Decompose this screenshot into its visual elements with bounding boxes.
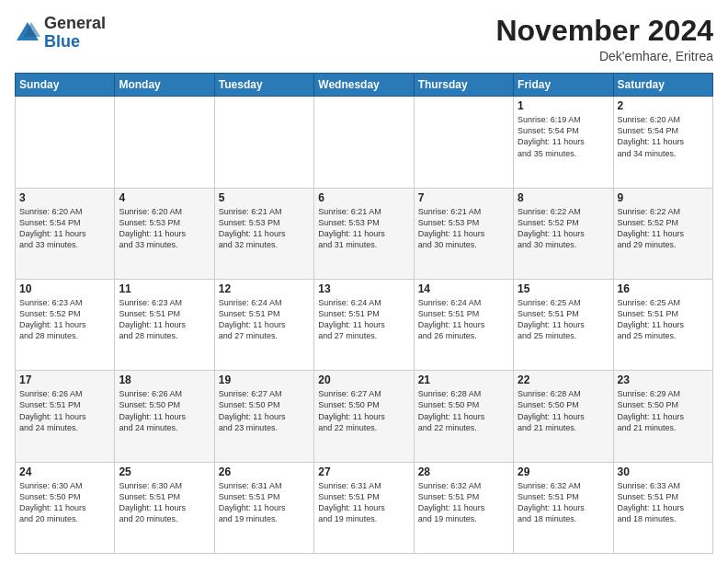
calendar-table: Sunday Monday Tuesday Wednesday Thursday… bbox=[15, 73, 713, 554]
day-info: Sunrise: 6:21 AM Sunset: 5:53 PM Dayligh… bbox=[418, 206, 509, 251]
day-number: 13 bbox=[318, 282, 409, 295]
calendar-cell: 19Sunrise: 6:27 AM Sunset: 5:50 PM Dayli… bbox=[214, 371, 313, 462]
day-info: Sunrise: 6:19 AM Sunset: 5:54 PM Dayligh… bbox=[518, 114, 609, 159]
day-info: Sunrise: 6:27 AM Sunset: 5:50 PM Dayligh… bbox=[318, 388, 409, 433]
calendar-week-row: 24Sunrise: 6:30 AM Sunset: 5:50 PM Dayli… bbox=[16, 462, 713, 553]
calendar-cell: 17Sunrise: 6:26 AM Sunset: 5:51 PM Dayli… bbox=[16, 371, 115, 462]
calendar-cell: 27Sunrise: 6:31 AM Sunset: 5:51 PM Dayli… bbox=[314, 462, 414, 553]
day-number: 11 bbox=[119, 282, 210, 295]
day-info: Sunrise: 6:28 AM Sunset: 5:50 PM Dayligh… bbox=[518, 388, 609, 433]
logo-blue-text: Blue bbox=[44, 32, 80, 51]
calendar-cell: 5Sunrise: 6:21 AM Sunset: 5:53 PM Daylig… bbox=[214, 188, 313, 279]
calendar-cell bbox=[314, 97, 414, 188]
calendar-header-row: Sunday Monday Tuesday Wednesday Thursday… bbox=[16, 74, 713, 97]
day-number: 6 bbox=[318, 191, 409, 204]
calendar-cell bbox=[16, 97, 115, 188]
calendar-week-row: 1Sunrise: 6:19 AM Sunset: 5:54 PM Daylig… bbox=[16, 97, 713, 188]
title-block: November 2024 Dek'emhare, Eritrea bbox=[495, 15, 713, 63]
day-number: 17 bbox=[19, 373, 110, 386]
day-info: Sunrise: 6:32 AM Sunset: 5:51 PM Dayligh… bbox=[418, 480, 509, 525]
day-info: Sunrise: 6:28 AM Sunset: 5:50 PM Dayligh… bbox=[418, 388, 509, 433]
day-number: 3 bbox=[19, 191, 110, 204]
day-info: Sunrise: 6:22 AM Sunset: 5:52 PM Dayligh… bbox=[518, 206, 609, 251]
day-info: Sunrise: 6:20 AM Sunset: 5:54 PM Dayligh… bbox=[19, 206, 110, 251]
logo-icon bbox=[15, 20, 40, 46]
calendar-cell: 28Sunrise: 6:32 AM Sunset: 5:51 PM Dayli… bbox=[414, 462, 513, 553]
page: General Blue November 2024 Dek'emhare, E… bbox=[0, 0, 728, 563]
day-number: 8 bbox=[518, 191, 609, 204]
day-number: 12 bbox=[219, 282, 310, 295]
calendar-cell: 16Sunrise: 6:25 AM Sunset: 5:51 PM Dayli… bbox=[613, 279, 712, 370]
calendar-cell: 4Sunrise: 6:20 AM Sunset: 5:53 PM Daylig… bbox=[115, 188, 214, 279]
day-number: 19 bbox=[219, 373, 310, 386]
day-number: 20 bbox=[318, 373, 409, 386]
calendar-cell: 15Sunrise: 6:25 AM Sunset: 5:51 PM Dayli… bbox=[514, 279, 613, 370]
day-info: Sunrise: 6:30 AM Sunset: 5:50 PM Dayligh… bbox=[19, 480, 110, 525]
day-info: Sunrise: 6:31 AM Sunset: 5:51 PM Dayligh… bbox=[318, 480, 409, 525]
calendar-cell: 9Sunrise: 6:22 AM Sunset: 5:52 PM Daylig… bbox=[613, 188, 712, 279]
calendar-cell: 7Sunrise: 6:21 AM Sunset: 5:53 PM Daylig… bbox=[414, 188, 513, 279]
calendar-cell bbox=[115, 97, 214, 188]
day-number: 21 bbox=[418, 373, 509, 386]
day-number: 1 bbox=[518, 99, 609, 112]
day-number: 22 bbox=[518, 373, 609, 386]
logo-general-text: General bbox=[44, 14, 106, 32]
day-number: 7 bbox=[418, 191, 509, 204]
calendar-cell: 25Sunrise: 6:30 AM Sunset: 5:51 PM Dayli… bbox=[115, 462, 214, 553]
day-info: Sunrise: 6:25 AM Sunset: 5:51 PM Dayligh… bbox=[518, 297, 609, 342]
day-info: Sunrise: 6:20 AM Sunset: 5:53 PM Dayligh… bbox=[119, 206, 210, 251]
day-info: Sunrise: 6:30 AM Sunset: 5:51 PM Dayligh… bbox=[119, 480, 210, 525]
calendar-cell: 14Sunrise: 6:24 AM Sunset: 5:51 PM Dayli… bbox=[414, 279, 513, 370]
col-thursday: Thursday bbox=[414, 74, 513, 97]
day-info: Sunrise: 6:32 AM Sunset: 5:51 PM Dayligh… bbox=[518, 480, 609, 525]
day-number: 24 bbox=[19, 465, 110, 478]
day-info: Sunrise: 6:26 AM Sunset: 5:51 PM Dayligh… bbox=[19, 388, 110, 433]
day-number: 16 bbox=[618, 282, 709, 295]
day-number: 27 bbox=[318, 465, 409, 478]
calendar-cell: 3Sunrise: 6:20 AM Sunset: 5:54 PM Daylig… bbox=[16, 188, 115, 279]
calendar-cell bbox=[214, 97, 313, 188]
calendar-cell: 29Sunrise: 6:32 AM Sunset: 5:51 PM Dayli… bbox=[514, 462, 613, 553]
day-number: 2 bbox=[618, 99, 709, 112]
calendar-cell: 1Sunrise: 6:19 AM Sunset: 5:54 PM Daylig… bbox=[514, 97, 613, 188]
day-number: 15 bbox=[518, 282, 609, 295]
calendar-cell: 12Sunrise: 6:24 AM Sunset: 5:51 PM Dayli… bbox=[214, 279, 313, 370]
day-info: Sunrise: 6:27 AM Sunset: 5:50 PM Dayligh… bbox=[219, 388, 310, 433]
day-number: 5 bbox=[219, 191, 310, 204]
month-title: November 2024 bbox=[495, 15, 713, 47]
calendar-cell: 20Sunrise: 6:27 AM Sunset: 5:50 PM Dayli… bbox=[314, 371, 414, 462]
calendar-cell: 24Sunrise: 6:30 AM Sunset: 5:50 PM Dayli… bbox=[16, 462, 115, 553]
calendar-cell: 11Sunrise: 6:23 AM Sunset: 5:51 PM Dayli… bbox=[115, 279, 214, 370]
logo: General Blue bbox=[15, 15, 106, 52]
calendar-cell: 30Sunrise: 6:33 AM Sunset: 5:51 PM Dayli… bbox=[613, 462, 712, 553]
header: General Blue November 2024 Dek'emhare, E… bbox=[15, 15, 713, 63]
day-number: 26 bbox=[219, 465, 310, 478]
day-info: Sunrise: 6:21 AM Sunset: 5:53 PM Dayligh… bbox=[219, 206, 310, 251]
day-number: 9 bbox=[618, 191, 709, 204]
day-number: 4 bbox=[119, 191, 210, 204]
calendar-cell: 13Sunrise: 6:24 AM Sunset: 5:51 PM Dayli… bbox=[314, 279, 414, 370]
day-info: Sunrise: 6:24 AM Sunset: 5:51 PM Dayligh… bbox=[219, 297, 310, 342]
col-wednesday: Wednesday bbox=[314, 74, 414, 97]
day-info: Sunrise: 6:26 AM Sunset: 5:50 PM Dayligh… bbox=[119, 388, 210, 433]
day-info: Sunrise: 6:29 AM Sunset: 5:50 PM Dayligh… bbox=[618, 388, 709, 433]
day-number: 18 bbox=[119, 373, 210, 386]
day-info: Sunrise: 6:24 AM Sunset: 5:51 PM Dayligh… bbox=[418, 297, 509, 342]
day-number: 10 bbox=[19, 282, 110, 295]
calendar-cell: 26Sunrise: 6:31 AM Sunset: 5:51 PM Dayli… bbox=[214, 462, 313, 553]
calendar-week-row: 3Sunrise: 6:20 AM Sunset: 5:54 PM Daylig… bbox=[16, 188, 713, 279]
calendar-cell: 21Sunrise: 6:28 AM Sunset: 5:50 PM Dayli… bbox=[414, 371, 513, 462]
day-number: 28 bbox=[418, 465, 509, 478]
col-monday: Monday bbox=[115, 74, 214, 97]
col-tuesday: Tuesday bbox=[214, 74, 313, 97]
day-info: Sunrise: 6:23 AM Sunset: 5:51 PM Dayligh… bbox=[119, 297, 210, 342]
day-number: 25 bbox=[119, 465, 210, 478]
col-sunday: Sunday bbox=[16, 74, 115, 97]
day-number: 29 bbox=[518, 465, 609, 478]
calendar-cell: 23Sunrise: 6:29 AM Sunset: 5:50 PM Dayli… bbox=[613, 371, 712, 462]
calendar-cell: 18Sunrise: 6:26 AM Sunset: 5:50 PM Dayli… bbox=[115, 371, 214, 462]
calendar-cell bbox=[414, 97, 513, 188]
calendar-cell: 8Sunrise: 6:22 AM Sunset: 5:52 PM Daylig… bbox=[514, 188, 613, 279]
day-number: 30 bbox=[618, 465, 709, 478]
col-saturday: Saturday bbox=[613, 74, 712, 97]
